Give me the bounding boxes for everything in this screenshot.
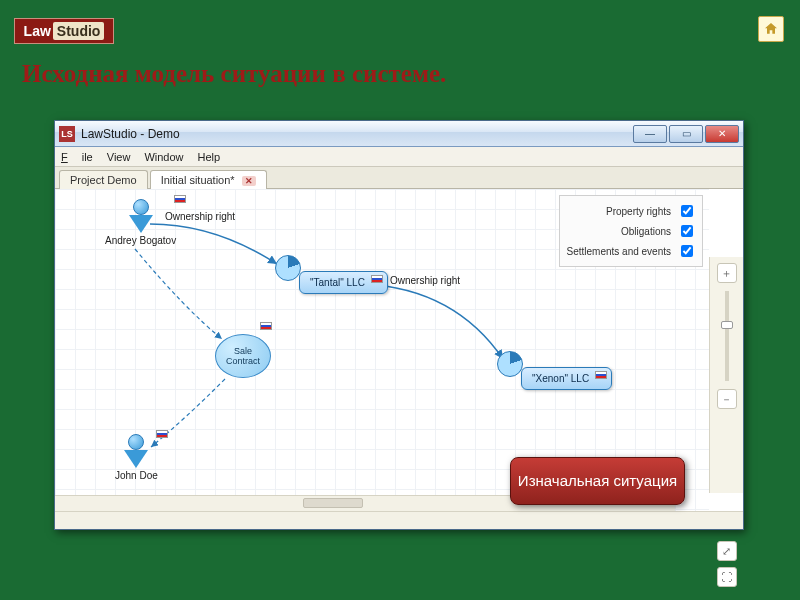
menubar: File View Window Help	[55, 147, 743, 167]
flag-icon	[174, 195, 186, 203]
menu-help[interactable]: Help	[198, 151, 221, 163]
menu-window[interactable]: Window	[144, 151, 183, 163]
actor-andrey[interactable]: Andrey Bogatov	[105, 199, 176, 246]
menu-view[interactable]: View	[107, 151, 131, 163]
app-icon: LS	[59, 126, 75, 142]
side-toolbar: ＋ － ⤢ ⛶	[709, 257, 743, 493]
tab-initial-situation[interactable]: Initial situation* ✕	[150, 170, 267, 189]
node-label: Sale Contract	[216, 346, 270, 366]
tool-zoom-in-icon[interactable]: ＋	[717, 263, 737, 283]
edge-label-ownership-1: Ownership right	[165, 211, 235, 222]
zoom-thumb[interactable]	[721, 321, 733, 329]
legend-label: Property rights	[606, 206, 671, 217]
zoom-slider[interactable]	[725, 291, 729, 381]
legend-label: Settlements and events	[566, 246, 671, 257]
legend-check-property-rights[interactable]	[681, 205, 693, 217]
tool-fullscreen-icon[interactable]: ⛶	[717, 567, 737, 587]
maximize-button[interactable]: ▭	[669, 125, 703, 143]
tab-project-demo[interactable]: Project Demo	[59, 170, 148, 189]
home-icon[interactable]	[758, 16, 784, 42]
entity-label: "Tantal" LLC	[310, 277, 365, 288]
entity-label: "Xenon" LLC	[532, 373, 589, 384]
logo-left: Law	[24, 23, 51, 39]
flag-icon	[371, 275, 383, 283]
logo-right: Studio	[53, 22, 105, 40]
tab-label: Project Demo	[70, 174, 137, 186]
tool-fit-icon[interactable]: ⤢	[717, 541, 737, 561]
legend-check-settlements[interactable]	[681, 245, 693, 257]
tab-label: Initial situation*	[161, 174, 235, 186]
callout-initial-situation[interactable]: Изначальная ситуация	[510, 457, 685, 505]
entity-xenon[interactable]: "Xenon" LLC	[521, 367, 612, 390]
actor-john[interactable]: John Doe	[115, 434, 158, 481]
entity-tantal[interactable]: "Tantal" LLC	[299, 271, 388, 294]
minimize-button[interactable]: —	[633, 125, 667, 143]
close-button[interactable]: ✕	[705, 125, 739, 143]
edge-label-ownership-2: Ownership right	[390, 275, 460, 286]
actor-label: Andrey Bogatov	[105, 235, 176, 246]
tool-zoom-out-icon[interactable]: －	[717, 389, 737, 409]
app-window: LS LawStudio - Demo — ▭ ✕ File View Wind…	[54, 120, 744, 530]
callout-text: Изначальная ситуация	[518, 472, 677, 490]
menu-file[interactable]: File	[61, 151, 93, 163]
flag-icon	[260, 322, 272, 330]
tabstrip: Project Demo Initial situation* ✕	[55, 167, 743, 189]
lawstudio-logo: Law Studio	[14, 18, 114, 44]
pie-icon[interactable]	[275, 255, 301, 281]
actor-label: John Doe	[115, 470, 158, 481]
titlebar[interactable]: LS LawStudio - Demo — ▭ ✕	[55, 121, 743, 147]
slide-title: Исходная модель ситуации в системе.	[22, 60, 778, 88]
node-sale-contract[interactable]: Sale Contract	[215, 334, 271, 378]
window-title: LawStudio - Demo	[81, 127, 631, 141]
flag-icon	[595, 371, 607, 379]
flag-icon	[156, 430, 168, 438]
statusbar	[55, 511, 743, 529]
tab-close-icon[interactable]: ✕	[242, 176, 256, 186]
pie-icon[interactable]	[497, 351, 523, 377]
legend-label: Obligations	[621, 226, 671, 237]
legend-panel: Property rights Obligations Settlements …	[559, 195, 703, 267]
legend-check-obligations[interactable]	[681, 225, 693, 237]
scroll-thumb[interactable]	[303, 498, 363, 508]
